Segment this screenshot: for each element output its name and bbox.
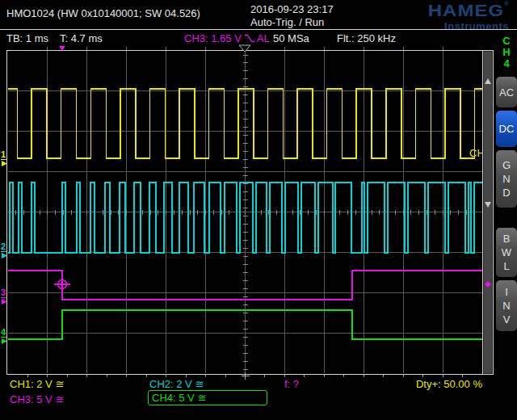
bandwidth-limit-button[interactable]: B W L (496, 228, 517, 277)
svg-text:2: 2 (1, 242, 6, 251)
ch1-readout: CH1: 2 V≅ (10, 378, 65, 390)
waveform-display: CH,1234 (0, 42, 494, 381)
hameg-logo: HAMEG® Instruments (428, 1, 509, 32)
svg-text:3: 3 (1, 288, 6, 297)
ch4-readout: CH4: 5 V≅ (152, 392, 207, 404)
device-model-info: HMO1024 (HW 0x10140001; SW 04.526) (6, 7, 200, 19)
svg-text:4: 4 (1, 327, 6, 337)
vertical-scrollbar[interactable] (484, 52, 493, 374)
ch3-coupling-icon: ≅ (56, 393, 65, 405)
ch2-coupling-icon: ≅ (195, 378, 204, 390)
frequency-readout: f: ? (284, 378, 299, 390)
duty-cycle-readout: Dty+: 50.00 % (416, 378, 482, 390)
svg-text:1: 1 (1, 149, 6, 159)
trigger-mode-status: Auto-Trig. / Run (250, 16, 334, 29)
datetime: 2016-09-23 23:17 (250, 3, 334, 16)
brand-subtext: Instruments (428, 21, 509, 32)
coupling-gnd-button[interactable]: G N D (496, 150, 517, 208)
ch4-scale-text: CH4: 5 V (152, 392, 195, 404)
coupling-ac-button[interactable]: AC (496, 77, 517, 107)
ch1-scale-text: CH1: 2 V (10, 378, 53, 390)
ch3-readout: CH3: 5 V≅ (10, 393, 65, 405)
ch2-scale-text: CH2: 2 V (149, 378, 192, 390)
menu-channel-label: C H 4 (496, 36, 517, 69)
registered-mark: ® (504, 0, 509, 7)
ch4-readout-selected[interactable]: CH4: 5 V≅ (148, 390, 267, 405)
ch4-coupling-icon: ≅ (198, 392, 207, 404)
invert-button[interactable]: I N V (496, 280, 517, 331)
header-separator (0, 29, 517, 30)
ch2-readout: CH2: 2 V≅ (149, 378, 204, 390)
brand-text: HAMEG (428, 2, 504, 19)
oscilloscope-screen: HMO1024 (HW 0x10140001; SW 04.526) 2016-… (0, 0, 517, 420)
ch1-coupling-icon: ≅ (56, 378, 65, 390)
coupling-dc-button[interactable]: DC (496, 111, 517, 147)
ch3-scale-text: CH3: 5 V (10, 393, 53, 405)
